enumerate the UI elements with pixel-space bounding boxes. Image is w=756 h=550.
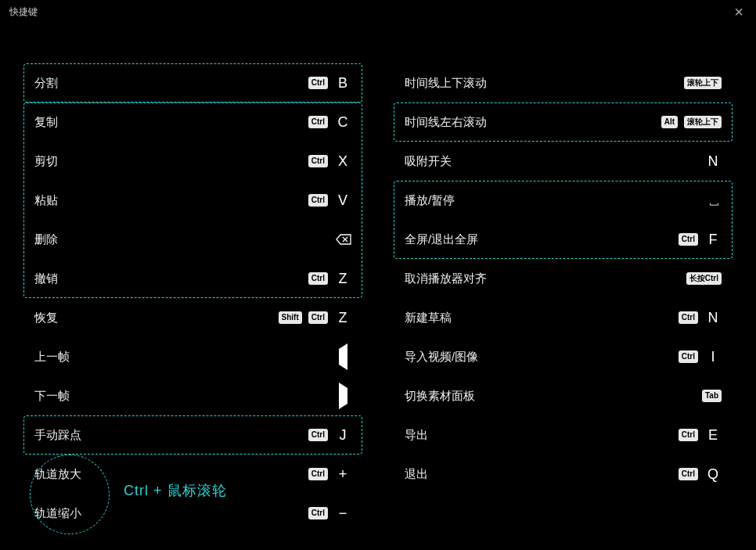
modifier-key: 滚轮上下 xyxy=(684,77,722,89)
shortcut-keys: Ctrl− xyxy=(308,505,351,522)
shortcut-keys: CtrlE xyxy=(679,427,722,444)
shortcut-row[interactable]: 撤销CtrlZ xyxy=(23,259,362,298)
shortcut-label: 复制 xyxy=(34,115,58,130)
shortcut-keys: 长按Ctrl xyxy=(686,272,722,285)
shortcut-row[interactable]: 分割CtrlB xyxy=(23,63,362,102)
shortcut-keys: Tab xyxy=(702,390,722,402)
key-letter: B xyxy=(334,75,351,92)
shortcut-keys: ⎵ xyxy=(704,192,722,209)
key-letter: Z xyxy=(334,271,351,287)
shortcut-keys xyxy=(334,388,351,404)
shortcut-label: 导入视频/图像 xyxy=(405,350,478,365)
shortcut-label: 手动踩点 xyxy=(34,428,81,443)
shortcut-keys: CtrlX xyxy=(308,153,351,170)
shortcut-label: 导出 xyxy=(405,428,428,443)
key-letter: N xyxy=(704,153,722,170)
shortcut-label: 取消播放器对齐 xyxy=(405,271,487,286)
shortcut-keys: CtrlJ xyxy=(308,427,351,444)
shortcut-row[interactable]: 粘贴CtrlV xyxy=(23,181,362,220)
modifier-key: Ctrl xyxy=(679,233,698,246)
key-letter: I xyxy=(704,349,722,365)
window-title: 快捷键 xyxy=(9,5,38,19)
backspace-icon xyxy=(336,234,350,244)
key-letter: V xyxy=(334,192,351,209)
key-letter: J xyxy=(334,427,351,444)
shortcuts-right-column: 时间线上下滚动滚轮上下时间线左右滚动Alt滚轮上下吸附开关N播放/暂停⎵全屏/退… xyxy=(394,63,733,533)
shortcut-label: 剪切 xyxy=(34,154,58,169)
shortcut-label: 删除 xyxy=(34,232,58,247)
modifier-key: Ctrl xyxy=(308,311,328,324)
shortcut-keys: CtrlB xyxy=(308,75,351,92)
shortcut-row[interactable]: 删除 xyxy=(23,220,362,259)
shortcut-label: 轨道缩小 xyxy=(34,506,81,521)
key-letter: F xyxy=(704,232,722,248)
modifier-key: Ctrl xyxy=(308,77,328,89)
shortcut-label: 粘贴 xyxy=(34,193,58,208)
shortcut-keys: N xyxy=(704,153,722,170)
shortcut-row[interactable]: 吸附开关N xyxy=(394,142,733,181)
shortcut-row[interactable]: 手动踩点CtrlJ xyxy=(23,415,362,455)
shortcut-keys: CtrlQ xyxy=(679,466,722,483)
key-letter: C xyxy=(334,114,351,131)
shortcut-keys xyxy=(334,232,351,248)
shortcut-row[interactable]: 轨道缩小Ctrl− xyxy=(23,494,362,533)
shortcut-label: 轨道放大 xyxy=(34,467,81,482)
modifier-key: Ctrl xyxy=(308,429,328,441)
key-letter: X xyxy=(334,153,351,170)
modifier-key: Ctrl xyxy=(308,272,328,285)
shortcut-row[interactable]: 切换素材面板Tab xyxy=(394,376,733,415)
modifier-key: Ctrl xyxy=(308,194,328,207)
shortcut-row[interactable]: 轨道放大Ctrl+ xyxy=(23,455,362,494)
shortcut-label: 分割 xyxy=(34,76,58,91)
shortcut-keys: CtrlI xyxy=(679,349,722,365)
titlebar: 快捷键 × xyxy=(0,0,756,24)
shortcut-row[interactable]: 退出CtrlQ xyxy=(394,455,733,494)
close-icon[interactable]: × xyxy=(731,3,747,21)
shortcut-keys: 滚轮上下 xyxy=(684,77,722,89)
key-letter: Q xyxy=(704,466,722,483)
shortcut-label: 恢复 xyxy=(34,311,58,325)
shortcut-row[interactable]: 时间线上下滚动滚轮上下 xyxy=(394,63,733,102)
arrow-left-icon xyxy=(339,343,347,370)
shortcut-keys: CtrlF xyxy=(679,232,722,248)
shortcut-row[interactable]: 播放/暂停⎵ xyxy=(394,181,733,220)
shortcut-row[interactable]: 导出CtrlE xyxy=(394,415,733,455)
modifier-key: Ctrl xyxy=(308,155,328,167)
shortcut-keys: CtrlN xyxy=(679,310,722,326)
shortcut-keys: CtrlZ xyxy=(308,271,351,287)
modifier-key: Ctrl xyxy=(308,116,328,128)
shortcut-label: 切换素材面板 xyxy=(405,389,475,404)
shortcut-keys: CtrlV xyxy=(308,192,351,209)
shortcut-row[interactable]: 剪切CtrlX xyxy=(23,142,362,181)
shortcut-row[interactable]: 上一帧 xyxy=(23,337,362,376)
modifier-key: Ctrl xyxy=(679,350,698,363)
modifier-key: Ctrl xyxy=(308,468,328,480)
shortcut-row[interactable]: 导入视频/图像CtrlI xyxy=(394,337,733,376)
shortcut-keys: Alt滚轮上下 xyxy=(661,116,722,128)
modifier-key: Ctrl xyxy=(308,507,328,519)
key-letter: Z xyxy=(334,310,351,326)
shortcut-row[interactable]: 下一帧 xyxy=(23,376,362,415)
modifier-key: 滚轮上下 xyxy=(684,116,722,128)
modifier-key: 长按Ctrl xyxy=(686,272,722,285)
shortcut-row[interactable]: 取消播放器对齐长按Ctrl xyxy=(394,259,733,298)
shortcut-row[interactable]: 全屏/退出全屏CtrlF xyxy=(394,220,733,259)
modifier-key: Ctrl xyxy=(679,311,698,324)
key-letter: N xyxy=(704,310,722,326)
shortcut-row[interactable]: 复制CtrlC xyxy=(23,102,362,142)
shortcut-row[interactable]: 恢复ShiftCtrlZ xyxy=(23,298,362,337)
modifier-key: Alt xyxy=(661,116,678,128)
key-letter: E xyxy=(704,427,722,444)
shortcut-keys: Ctrl+ xyxy=(308,466,351,483)
arrow-right-icon xyxy=(339,383,347,409)
shortcut-label: 新建草稿 xyxy=(405,311,452,325)
shortcut-row[interactable]: 时间线左右滚动Alt滚轮上下 xyxy=(394,102,733,142)
modifier-key: Shift xyxy=(279,311,302,324)
modifier-key: Tab xyxy=(702,390,722,402)
shortcut-label: 退出 xyxy=(405,467,428,482)
shortcut-keys xyxy=(334,349,351,365)
shortcut-label: 上一帧 xyxy=(34,350,70,365)
shortcut-keys: CtrlC xyxy=(308,114,351,131)
shortcut-row[interactable]: 新建草稿CtrlN xyxy=(394,298,733,337)
shortcut-label: 撤销 xyxy=(34,271,58,286)
